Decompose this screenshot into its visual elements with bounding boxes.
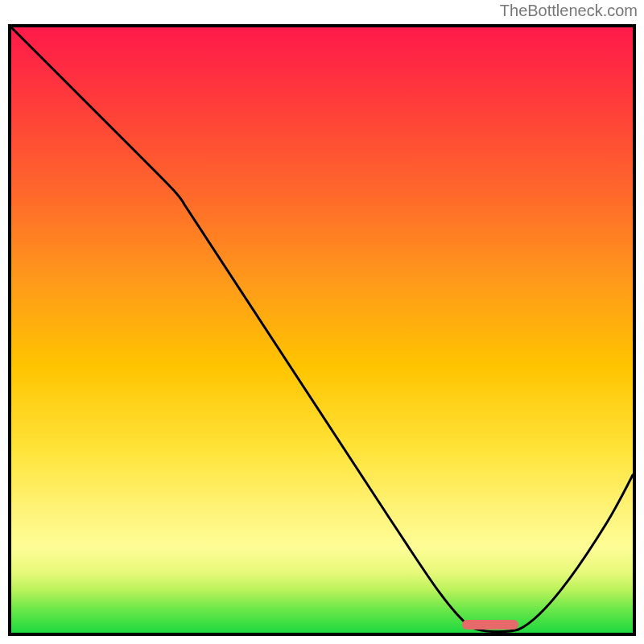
attribution-label: TheBottleneck.com	[500, 2, 638, 20]
bottleneck-curve	[11, 27, 633, 633]
curve-path	[11, 27, 633, 632]
optimal-range-marker	[462, 620, 518, 630]
chart-plot-area	[8, 24, 636, 636]
